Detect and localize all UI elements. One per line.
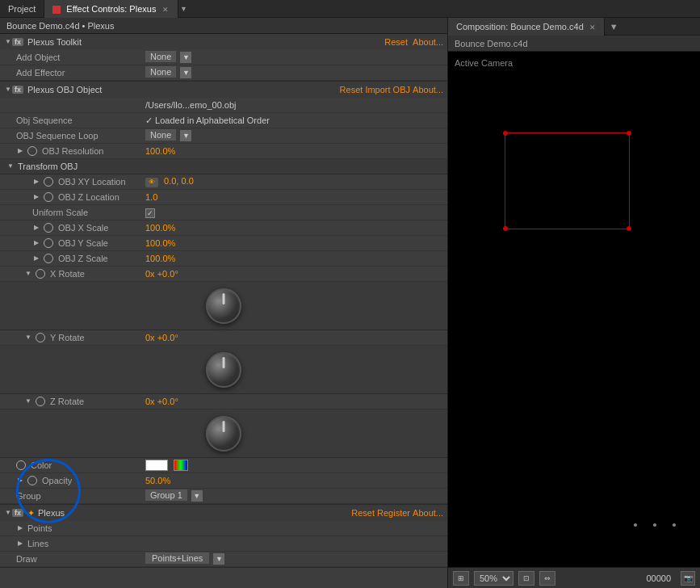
color-swatch[interactable] <box>145 460 168 471</box>
dot-1 <box>634 523 637 527</box>
plexus-toolkit-header[interactable]: ▼ fx Plexus Toolkit Reset About... <box>0 34 447 50</box>
timecode-display: 00000 <box>646 573 671 583</box>
add-effector-dropdown-arrow[interactable]: ▼ <box>180 67 191 78</box>
obj-resolution-label: ▶ OBJ Resolution <box>16 146 145 156</box>
transform-obj-header[interactable]: ▼ Transform OBJ <box>0 159 447 174</box>
x-rotate-row: ▼ X Rotate 0x +0.0° <box>0 267 447 282</box>
main-layout: Bounce Demo.c4d • Plexus ▼ fx Plexus Too… <box>0 18 700 588</box>
tab-menu-btn[interactable]: ▼ <box>178 0 188 18</box>
lines-arrow[interactable]: ▶ <box>16 540 24 548</box>
viewport-grid-btn[interactable]: ⊞ <box>453 571 469 586</box>
transform-collapse-arrow[interactable]: ▼ <box>6 162 15 170</box>
draw-dropdown-arrow[interactable]: ▼ <box>213 553 224 565</box>
xy-location-value: 👁 0.0, 0.0 <box>145 176 443 187</box>
panel-title: Bounce Demo.c4d • Plexus <box>0 18 447 34</box>
color-value <box>145 460 443 471</box>
left-panel: Bounce Demo.c4d • Plexus ▼ fx Plexus Too… <box>0 18 448 588</box>
viewport-fit-btn[interactable]: ⊡ <box>518 571 534 586</box>
zoom-select[interactable]: 50% <box>474 571 513 586</box>
z-scale-stopwatch <box>44 254 53 263</box>
plexus-fx-badge: fx <box>12 509 23 517</box>
y-rotate-knob-row <box>0 346 447 394</box>
group-dropdown-arrow[interactable]: ▼ <box>191 490 203 502</box>
y-rotate-arrow[interactable]: ▼ <box>24 334 32 342</box>
z-rotate-row: ▼ Z Rotate 0x +0.0° <box>0 394 447 410</box>
toolkit-collapse-arrow[interactable]: ▼ <box>4 38 12 46</box>
effects-list[interactable]: ▼ fx Plexus Toolkit Reset About... Add O… <box>0 34 447 588</box>
camera-btn[interactable]: 📷 <box>681 571 695 586</box>
x-scale-stopwatch <box>44 223 53 233</box>
comp-menu-btn[interactable]: ▼ <box>605 18 623 36</box>
points-label: ▶ Points <box>16 523 145 533</box>
plexus-fx-collapse-arrow[interactable]: ▼ <box>4 509 12 517</box>
obj-about-btn[interactable]: About... <box>413 85 443 94</box>
toolkit-about-btn[interactable]: About... <box>413 37 443 47</box>
plexus-fx-reset-btn[interactable]: Reset <box>351 508 375 518</box>
opacity-arrow[interactable]: ▶ <box>16 477 24 485</box>
z-rotate-knob-row <box>0 410 447 458</box>
z-rotate-stopwatch <box>36 397 45 406</box>
comp-tab-bounce[interactable]: Composition: Bounce Demo.c4d ✕ <box>448 18 605 36</box>
tab-effect-controls[interactable]: Effect Controls: Plexus ✕ <box>44 0 178 18</box>
viewport: Active Camera <box>448 52 700 567</box>
y-scale-arrow[interactable]: ▶ <box>32 239 40 247</box>
obj-resolution-arrow[interactable]: ▶ <box>16 147 24 155</box>
comp-tab-close[interactable]: ✕ <box>589 23 596 32</box>
obj-loop-value: None ▼ <box>145 130 443 141</box>
tab-project-label: Project <box>8 4 36 14</box>
obj-reset-btn[interactable]: Reset <box>340 85 363 94</box>
viewport-rect <box>505 132 630 229</box>
tab-close-btn[interactable]: ✕ <box>161 6 170 14</box>
z-rotate-value: 0x +0.0° <box>145 397 443 406</box>
opacity-label: ▶ Opacity <box>16 476 145 485</box>
x-rotate-knob-row <box>0 282 447 330</box>
z-scale-arrow[interactable]: ▶ <box>32 254 40 262</box>
plexus-obj-header[interactable]: ▼ fx Plexus OBJ Object Reset Import OBJ … <box>0 82 447 98</box>
z-rotate-label: ▼ Z Rotate <box>16 397 145 406</box>
lines-row: ▶ Lines <box>0 536 447 552</box>
z-location-arrow[interactable]: ▶ <box>32 193 40 201</box>
add-object-dropdown-arrow[interactable]: ▼ <box>180 52 191 63</box>
transform-label: Transform OBJ <box>18 162 78 171</box>
x-scale-arrow[interactable]: ▶ <box>32 224 40 232</box>
obj-loop-dropdown-arrow[interactable]: ▼ <box>180 130 191 141</box>
plexus-fx-register-btn[interactable]: Register <box>377 508 410 518</box>
color-picker-icon[interactable] <box>174 460 188 471</box>
top-tab-bar: Project Effect Controls: Plexus ✕ ▼ <box>0 0 700 18</box>
xy-location-label: ▶ OBJ XY Location <box>16 177 145 187</box>
color-stopwatch <box>16 460 26 470</box>
plexus-fx-about-btn[interactable]: About... <box>413 508 443 518</box>
draw-value: Points+Lines ▼ <box>145 553 443 565</box>
xy-eye-icon[interactable]: 👁 <box>145 178 158 187</box>
xy-location-arrow[interactable]: ▶ <box>32 178 40 186</box>
group-value: Group 1 ▼ <box>145 490 443 502</box>
obj-resolution-stopwatch <box>27 146 37 156</box>
z-location-label: ▶ OBJ Z Location <box>16 192 145 202</box>
y-rotate-knob[interactable] <box>206 352 241 388</box>
points-row: ▶ Points <box>0 521 447 536</box>
add-effector-label: Add Effector <box>16 68 145 78</box>
comp-title: Bounce Demo.c4d <box>455 39 528 48</box>
x-rotate-knob[interactable] <box>206 288 241 324</box>
add-effector-value: None ▼ <box>145 67 443 78</box>
z-rotate-arrow[interactable]: ▼ <box>24 397 32 405</box>
tab-effect-controls-label: Effect Controls: Plexus <box>66 4 156 14</box>
points-arrow[interactable]: ▶ <box>16 524 24 532</box>
add-object-label: Add Object <box>16 52 145 62</box>
z-rotate-knob[interactable] <box>206 416 241 452</box>
plexus-fx-name: Plexus <box>38 508 351 518</box>
opacity-value: 50.0% <box>145 476 443 485</box>
plexus-fx-header[interactable]: ▼ fx ✦ Plexus Reset Register About... <box>0 505 447 521</box>
x-rotate-arrow[interactable]: ▼ <box>24 270 32 278</box>
obj-import-btn[interactable]: Import OBJ <box>365 85 410 94</box>
x-rotate-value: 0x +0.0° <box>145 269 443 279</box>
uniform-scale-checkbox[interactable]: ✓ <box>145 208 155 218</box>
obj-resolution-row: ▶ OBJ Resolution 100.0% <box>0 144 447 159</box>
obj-collapse-arrow[interactable]: ▼ <box>4 86 12 94</box>
z-scale-value: 100.0% <box>145 254 443 263</box>
viewport-aspect-btn[interactable]: ⇔ <box>539 571 555 586</box>
file-path-row: /Users/llo...emo_00.obj <box>0 98 447 113</box>
opacity-stopwatch <box>27 476 37 485</box>
tab-project[interactable]: Project <box>0 0 44 18</box>
toolkit-reset-btn[interactable]: Reset <box>384 37 408 47</box>
